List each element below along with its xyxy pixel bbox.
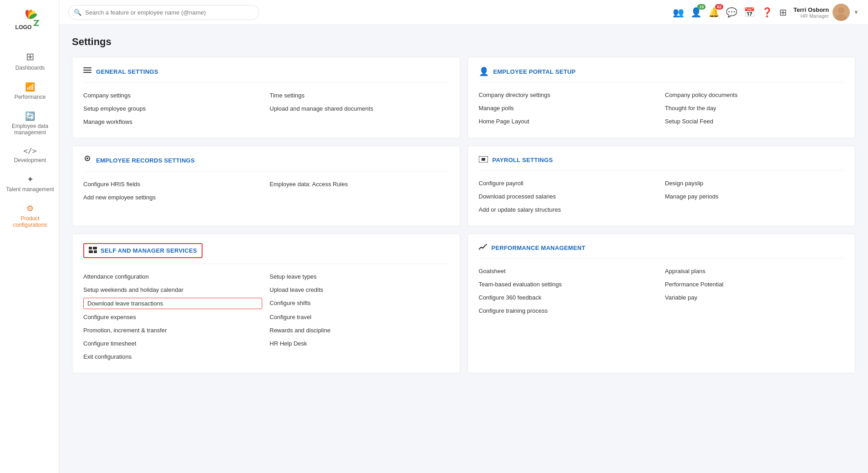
card-header-records: EMPLOYEE RECORDS SETTINGS xyxy=(83,155,449,172)
link-upload-manage-docs[interactable]: Upload and manage shared documents xyxy=(269,103,448,114)
card-payroll: PAYROLL SETTINGS Configure payroll Desig… xyxy=(467,146,856,226)
main-area: 🔍 👥 👤 19 🔔 02 💬 📅 ❓ xyxy=(59,0,868,473)
link-company-policy-docs[interactable]: Company policy documents xyxy=(665,90,844,100)
link-goalsheet[interactable]: Goalsheet xyxy=(479,266,658,276)
link-thought-for-day[interactable]: Thought for the day xyxy=(665,103,844,113)
link-add-update-salary[interactable]: Add or update salary structures xyxy=(479,204,658,215)
card-links-records: Configure HRIS fields Employee data: Acc… xyxy=(83,179,449,203)
talent-icon: ✦ xyxy=(27,174,34,184)
card-title-performance: PERFORMANCE MANAGEMENT xyxy=(492,244,586,251)
sidebar-item-product-config[interactable]: ⚙ Product configurations xyxy=(0,198,59,234)
link-configure-shifts[interactable]: Configure shifts xyxy=(269,298,448,309)
link-configure-expenses[interactable]: Configure expenses xyxy=(83,312,262,322)
grid-icon: ⊞ xyxy=(779,7,787,18)
sidebar-item-employee-data[interactable]: 🔄 Employee data management xyxy=(0,106,59,141)
sidebar-item-performance[interactable]: 📶 Performance xyxy=(0,76,59,106)
sidebar-item-label: Product configurations xyxy=(5,215,55,228)
link-configure-payroll[interactable]: Configure payroll xyxy=(479,178,658,188)
help-btn[interactable]: ❓ xyxy=(761,7,773,18)
link-configure-travel[interactable]: Configure travel xyxy=(269,312,448,322)
product-config-icon: ⚙ xyxy=(26,203,34,214)
search-input[interactable] xyxy=(68,5,259,20)
notifications-green-btn[interactable]: 👤 19 xyxy=(690,7,702,18)
link-configure-360[interactable]: Configure 360 feedback xyxy=(479,292,658,303)
svg-rect-17 xyxy=(89,250,93,253)
card-header-general: GENERAL SETTINGS xyxy=(83,66,449,83)
card-links-performance: Goalsheet Appraisal plans Team-based eva… xyxy=(479,266,844,316)
svg-rect-15 xyxy=(89,247,92,249)
link-performance-potential[interactable]: Performance Potential xyxy=(665,279,844,290)
general-settings-icon xyxy=(83,66,91,77)
svg-point-6 xyxy=(838,7,844,14)
sidebar-item-development[interactable]: </> Development xyxy=(0,141,59,169)
calendar-btn[interactable]: 📅 xyxy=(744,7,755,18)
link-upload-leave-credits[interactable]: Upload leave credits xyxy=(269,285,448,295)
svg-point-12 xyxy=(86,158,88,159)
employee-portal-icon: 👤 xyxy=(479,66,489,76)
link-download-processed-salaries[interactable]: Download processed salaries xyxy=(479,191,658,202)
link-employee-data-access[interactable]: Employee data: Access Rules xyxy=(269,179,448,189)
link-setup-weekends-holiday[interactable]: Setup weekends and holiday calendar xyxy=(83,285,262,295)
svg-rect-18 xyxy=(94,250,97,253)
link-setup-employee-groups[interactable]: Setup employee groups xyxy=(83,103,262,114)
svg-rect-9 xyxy=(83,70,91,71)
chevron-down-icon: ▼ xyxy=(853,9,859,15)
employee-records-icon xyxy=(83,155,91,166)
link-add-new-employee-settings[interactable]: Add new employee settings xyxy=(83,192,262,203)
link-hr-help-desk[interactable]: HR Help Desk xyxy=(269,338,448,349)
link-appraisal-plans[interactable]: Appraisal plans xyxy=(665,266,844,276)
help-icon: ❓ xyxy=(761,7,773,18)
link-manage-workflows[interactable]: Manage workflows xyxy=(83,117,262,127)
link-manage-pay-periods[interactable]: Manage pay periods xyxy=(665,191,844,202)
link-design-payslip[interactable]: Design payslip xyxy=(665,178,844,188)
link-manage-polls[interactable]: Manage polls xyxy=(479,103,658,113)
link-company-directory[interactable]: Company directory settings xyxy=(479,90,658,100)
link-promotion-increment[interactable]: Promotion, increment & transfer xyxy=(83,325,262,336)
link-configure-training[interactable]: Configure training process xyxy=(479,305,658,316)
card-title-general: GENERAL SETTINGS xyxy=(96,68,158,75)
link-setup-leave-types[interactable]: Setup leave types xyxy=(269,271,448,282)
card-links-general: Company settings Time settings Setup emp… xyxy=(83,90,449,127)
user-info[interactable]: Terri Osborn HR Manager ▼ xyxy=(793,4,859,21)
link-configure-hris[interactable]: Configure HRIS fields xyxy=(83,179,262,189)
avatar xyxy=(832,4,850,21)
user-role: HR Manager xyxy=(793,13,829,19)
card-employee-records: EMPLOYEE RECORDS SETTINGS Configure HRIS… xyxy=(72,146,460,226)
card-header-payroll: PAYROLL SETTINGS xyxy=(479,155,844,171)
link-team-based-evaluation[interactable]: Team-based evaluation settings xyxy=(479,279,658,290)
card-header-services: SELF AND MANAGER SERVICES xyxy=(83,243,449,264)
link-home-page-layout[interactable]: Home Page Layout xyxy=(479,116,658,127)
settings-grid: GENERAL SETTINGS Company settings Time s… xyxy=(72,57,855,373)
sidebar-item-dashboards[interactable]: ⊞ Dashboards xyxy=(0,46,59,76)
sidebar-item-label: Dashboards xyxy=(15,65,45,71)
notifications-green-badge: 19 xyxy=(697,4,706,10)
link-setup-social-feed[interactable]: Setup Social Feed xyxy=(665,116,844,127)
card-links-services: Attendance configuration Setup leave typ… xyxy=(83,271,449,362)
sidebar-item-label: Performance xyxy=(15,94,46,100)
link-time-settings[interactable]: Time settings xyxy=(269,90,448,101)
people-icon: 👥 xyxy=(673,7,684,18)
link-configure-timesheet[interactable]: Configure timesheet xyxy=(83,338,262,349)
sidebar-item-label: Development xyxy=(14,157,46,163)
link-download-leave-transactions[interactable]: Download leave transactions xyxy=(83,298,262,309)
user-name: Terri Osborn xyxy=(793,6,829,13)
link-variable-pay[interactable]: Variable pay xyxy=(665,292,844,303)
card-header-performance: PERFORMANCE MANAGEMENT xyxy=(479,243,844,259)
logo[interactable]: LOGO xyxy=(10,5,49,36)
grid-btn[interactable]: ⊞ xyxy=(779,7,787,18)
alerts-badge: 02 xyxy=(715,4,723,10)
sidebar-item-talent[interactable]: ✦ Talent management xyxy=(0,169,59,198)
people-icon-btn[interactable]: 👥 xyxy=(673,7,684,18)
sidebar-item-label: Talent management xyxy=(6,186,54,193)
svg-rect-10 xyxy=(83,72,91,73)
search-icon: 🔍 xyxy=(74,9,81,16)
chat-btn[interactable]: 💬 xyxy=(726,7,737,18)
link-exit-configurations[interactable]: Exit configurations xyxy=(83,351,262,362)
link-rewards-discipline[interactable]: Rewards and discipline xyxy=(269,325,448,336)
link-attendance-config[interactable]: Attendance configuration xyxy=(83,271,262,282)
alerts-btn[interactable]: 🔔 02 xyxy=(708,7,720,18)
payroll-icon xyxy=(479,155,488,165)
link-company-settings[interactable]: Company settings xyxy=(83,90,262,101)
card-links-payroll: Configure payroll Design payslip Downloa… xyxy=(479,178,844,215)
card-title-services: SELF AND MANAGER SERVICES xyxy=(101,247,197,254)
